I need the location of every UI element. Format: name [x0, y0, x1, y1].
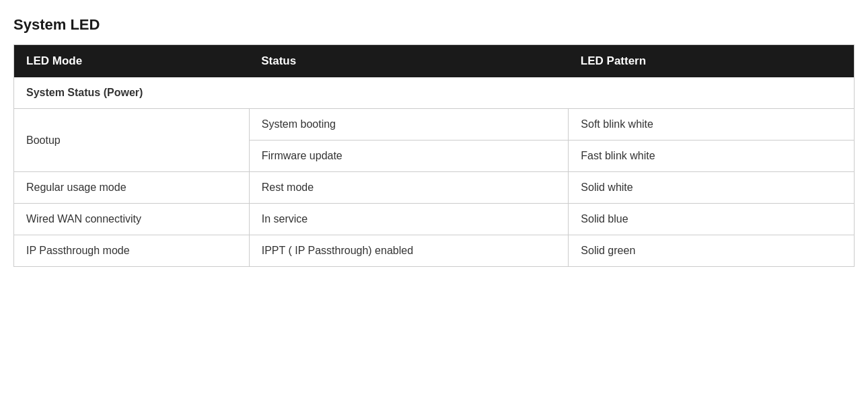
header-led-mode: LED Mode	[14, 45, 250, 78]
mode-cell-wired-wan: Wired WAN connectivity	[14, 204, 250, 235]
page-title: System LED	[13, 16, 855, 34]
section-header-row: System Status (Power)	[14, 77, 855, 109]
pattern-cell-solid-blue: Solid blue	[569, 204, 855, 235]
status-cell-in-service: In service	[249, 204, 569, 235]
status-cell-ippt-enabled: IPPT ( IP Passthrough) enabled	[249, 235, 569, 267]
mode-cell-bootup: Bootup	[14, 109, 250, 172]
pattern-cell-soft-blink-white: Soft blink white	[569, 109, 855, 141]
header-led-pattern: LED Pattern	[569, 45, 855, 78]
led-table: LED Mode Status LED Pattern System Statu…	[13, 44, 855, 267]
table-row: Wired WAN connectivity In service Solid …	[14, 204, 855, 235]
table-row: Regular usage mode Rest mode Solid white	[14, 172, 855, 204]
status-cell-system-booting: System booting	[249, 109, 569, 141]
mode-cell-ip-passthrough: IP Passthrough mode	[14, 235, 250, 267]
status-cell-firmware-update: Firmware update	[249, 141, 569, 172]
header-status: Status	[249, 45, 569, 78]
pattern-cell-solid-green: Solid green	[569, 235, 855, 267]
pattern-cell-solid-white: Solid white	[569, 172, 855, 204]
mode-cell-regular-usage: Regular usage mode	[14, 172, 250, 204]
section-header-cell: System Status (Power)	[14, 77, 855, 109]
pattern-cell-fast-blink-white: Fast blink white	[569, 141, 855, 172]
status-cell-rest-mode: Rest mode	[249, 172, 569, 204]
table-row: Bootup System booting Soft blink white	[14, 109, 855, 141]
table-row: IP Passthrough mode IPPT ( IP Passthroug…	[14, 235, 855, 267]
table-header-row: LED Mode Status LED Pattern	[14, 45, 855, 78]
